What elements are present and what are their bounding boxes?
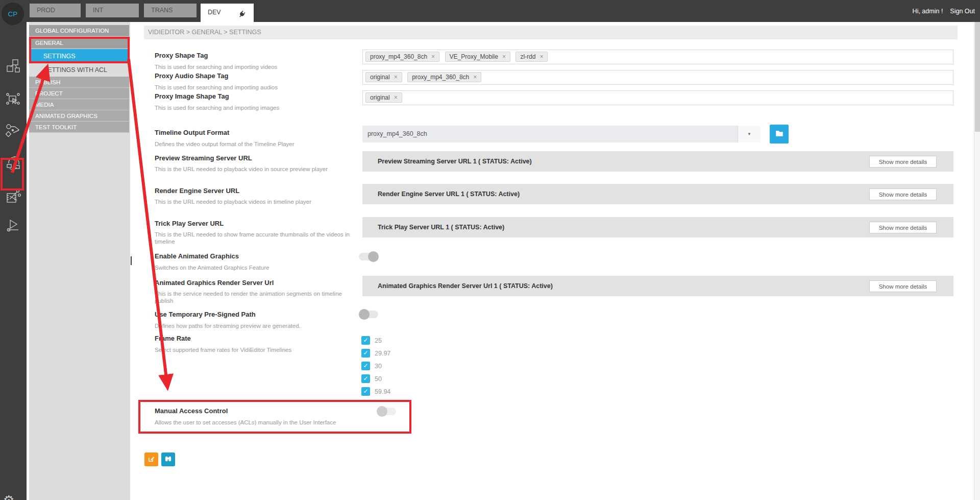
framerate-option: ✓ 30 [361,362,382,370]
interaction-icon[interactable] [6,91,21,107]
setting-description: Defines how paths for streaming preview … [155,322,301,329]
remove-tag-icon[interactable]: × [540,53,543,60]
server-url-title: Trick Play Server URL 1 ( STATUS: Active… [378,217,504,237]
server-url-panel: Render Engine Server URL 1 ( STATUS: Act… [362,184,953,204]
setting-description: This is used for searching and importing… [155,84,278,91]
setting-label: Preview Streaming Server URL [155,154,252,162]
setting-label: Enable Animated Graphics [155,252,239,260]
remove-tag-icon[interactable]: × [473,74,477,81]
framerate-option: ✓ 29.97 [361,349,390,358]
remove-tag-icon[interactable]: × [394,94,398,101]
proxy-image-shape-tag-input[interactable]: original× [362,90,953,105]
checkbox-checked[interactable]: ✓ [361,387,370,396]
flow-icon[interactable] [6,123,21,138]
show-more-details-button[interactable]: Show more details [869,188,937,200]
show-more-details-button[interactable]: Show more details [869,280,937,292]
server-url-title: Preview Streaming Server URL 1 ( STATUS:… [378,151,532,172]
setting-description: This is the URL needed to playback video… [155,165,328,173]
videditor-icon[interactable] [6,189,21,204]
breadcrumb: VIDIEDITOR > GENERAL > SETTINGS [144,26,958,39]
proxy-audio-shape-tag-input[interactable]: original× proxy_mp4_360_8ch× [362,70,953,85]
config-portal-app: PROD INT TRANS DEV Hi, admin ! Sign Out … [0,0,980,500]
setting-description: This is used for searching and importing… [155,104,279,111]
search-button[interactable] [161,453,175,466]
manual-access-control-toggle[interactable] [377,406,397,417]
env-tab-int[interactable]: INT [86,4,139,17]
sidebar-item-project[interactable]: PROJECT [29,88,129,99]
checkbox-checked[interactable]: ✓ [361,362,370,370]
setting-label: Timeline Output Format [155,129,229,136]
env-tab-label: TRANS [151,7,173,14]
server-url-panel: Trick Play Server URL 1 ( STATUS: Active… [362,217,953,237]
edit-button[interactable] [144,453,158,466]
cursor-artifact [131,256,132,265]
timeline-output-format-select[interactable]: proxy_mp4_360_8ch ▼ [362,126,761,142]
tag-chip: zl-rdd× [516,52,548,62]
vertical-scrollbar [974,22,980,500]
framerate-option: ✓ 25 [361,336,382,345]
player-icon[interactable] [6,218,21,233]
gears-icon[interactable]: ⚙⚙ [3,493,21,500]
checkbox-checked[interactable]: ✓ [361,374,370,383]
show-more-details-button[interactable]: Show more details [869,156,937,168]
sidebar-item-test-toolkit[interactable]: TEST TOOLKIT [29,122,129,133]
setting-description: Switches on the Animated Graphics Featur… [155,264,269,271]
env-tab-label: PROD [37,7,55,14]
tag-label: original [370,74,390,81]
top-bar: PROD INT TRANS DEV Hi, admin ! Sign Out [0,0,980,22]
sidebar-item-publish[interactable]: PUBLISH [29,77,129,88]
tag-label: VE_Proxy_Mobile [450,53,498,60]
setting-description: Select supported frame rates for VidiEdi… [155,346,291,353]
setting-description: This is the URL needed to playback video… [155,198,311,205]
enable-animated-graphics-toggle[interactable] [359,251,379,262]
checkbox-checked[interactable]: ✓ [361,336,370,345]
tag-chip: original× [365,92,402,103]
sidebar-item-settings[interactable]: SETTINGS [29,49,129,63]
sign-out-link[interactable]: Sign Out [950,8,975,15]
sidebar-item-general[interactable]: GENERAL [29,37,129,49]
setting-description: Defines the video output format of the T… [155,140,295,148]
setting-label: Animated Graphics Render Server Url [155,279,274,287]
framerate-option: ✓ 50 [361,374,382,383]
server-url-panel: Animated Graphics Render Server Url 1 ( … [362,276,953,296]
avatar-initials: CP [8,10,18,18]
sidebar-item-settings-with-acl[interactable]: SETTINGS WITH ACL [29,64,129,76]
chevron-down-icon[interactable]: ▼ [738,126,761,142]
use-temporary-pre-signed-path-toggle[interactable] [359,309,379,320]
framerate-label: 59.94 [375,388,390,395]
cubes-icon[interactable] [6,58,21,74]
setting-label: Render Engine Server URL [155,187,239,195]
folder-icon [775,129,784,139]
browse-folder-button[interactable] [770,125,789,144]
tag-label: proxy_mp4_360_8ch [370,53,427,60]
tag-chip: VE_Proxy_Mobile× [445,52,510,62]
sidebar-item-media[interactable]: MEDIA [29,99,129,110]
env-tab-trans[interactable]: TRANS [144,4,197,17]
tag-label: proxy_mp4_360_8ch [412,74,469,81]
framerate-label: 25 [375,337,382,344]
selected-value: proxy_mp4_360_8ch [368,126,427,142]
setting-description: This is the URL needed to show frame acc… [155,231,356,245]
config-sidebar: GLOBAL CONFIGURATION GENERAL SETTINGS SE… [29,22,130,500]
tag-chip: original× [365,72,402,82]
env-tab-prod[interactable]: PROD [30,4,81,17]
tag-chip: proxy_mp4_360_8ch× [407,72,481,82]
avatar[interactable]: CP [2,3,24,25]
user-greeting: Hi, admin ! [913,8,943,15]
sync-icon[interactable] [6,155,21,171]
setting-label: Frame Rate [155,335,191,342]
remove-tag-icon[interactable]: × [431,53,435,60]
remove-tag-icon[interactable]: × [394,74,398,81]
sidebar-item-global-configuration[interactable]: GLOBAL CONFIGURATION [29,25,129,36]
binoculars-icon [164,455,172,464]
server-url-panel: Preview Streaming Server URL 1 ( STATUS:… [362,151,953,172]
setting-label: Proxy Audio Shape Tag [155,72,228,80]
env-tab-dev[interactable]: DEV [201,4,254,22]
checkbox-checked[interactable]: ✓ [361,349,370,358]
show-more-details-button[interactable]: Show more details [869,222,937,233]
scrollbar-thumb[interactable] [975,22,980,132]
proxy-shape-tag-input[interactable]: proxy_mp4_360_8ch× VE_Proxy_Mobile× zl-r… [362,50,953,64]
env-tab-label: DEV [208,9,221,16]
remove-tag-icon[interactable]: × [502,53,506,60]
sidebar-item-animated-graphics[interactable]: ANIMATED GRAPHICS [29,110,129,122]
